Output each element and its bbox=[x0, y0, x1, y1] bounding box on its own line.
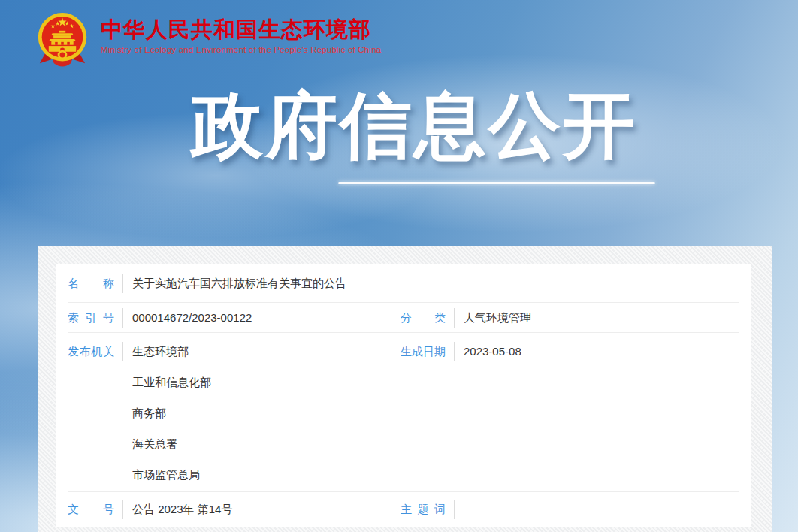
divider bbox=[122, 500, 123, 519]
info-card-panel: 名称 关于实施汽车国六排放标准有关事宜的公告 索引号 000014672/202… bbox=[56, 264, 751, 527]
page-background: 中华人民共和国生态环境部 Ministry of Ecology and Env… bbox=[0, 0, 798, 532]
divider bbox=[454, 342, 455, 361]
index-label: 索引号 bbox=[68, 310, 114, 325]
divider bbox=[454, 308, 455, 328]
publisher-item: 商务部 bbox=[132, 406, 166, 421]
publisher-cell: 发布机关 生态环境部 工业和信息化部 商务部 海关总署 市场监管总局 bbox=[68, 336, 401, 490]
divider bbox=[122, 308, 123, 328]
publisher-label: 发布机关 bbox=[68, 344, 114, 359]
site-header: 中华人民共和国生态环境部 Ministry of Ecology and Env… bbox=[36, 10, 381, 68]
docno-value: 公告 2023年 第14号 bbox=[132, 502, 232, 517]
docno-label: 文号 bbox=[68, 502, 114, 517]
index-cell: 索引号 000014672/2023-00122 bbox=[68, 308, 401, 328]
keywords-label: 主题词 bbox=[401, 502, 446, 517]
keywords-cell: 主题词 bbox=[401, 500, 739, 519]
category-value: 大气环境管理 bbox=[464, 310, 531, 325]
date-cell: 生成日期 2023-05-08 bbox=[401, 336, 739, 367]
divider bbox=[122, 342, 123, 361]
publisher-item: 市场监管总局 bbox=[132, 467, 200, 482]
date-label: 生成日期 bbox=[401, 344, 446, 359]
ministry-name-en: Ministry of Ecology and Environment of t… bbox=[101, 45, 381, 54]
category-label: 分类 bbox=[401, 310, 446, 325]
page-title: 政府信息公开 bbox=[30, 81, 798, 170]
row-docno-keywords: 文号 公告 2023年 第14号 主题词 bbox=[68, 492, 739, 527]
title-underline bbox=[338, 182, 655, 184]
national-emblem-icon[interactable] bbox=[36, 10, 89, 68]
docno-cell: 文号 公告 2023年 第14号 bbox=[68, 500, 401, 519]
publisher-item: 工业和信息化部 bbox=[132, 375, 211, 390]
index-value: 000014672/2023-00122 bbox=[132, 310, 252, 325]
ministry-name-cn: 中华人民共和国生态环境部 bbox=[101, 17, 381, 42]
info-card-outer: 名称 关于实施汽车国六排放标准有关事宜的公告 索引号 000014672/202… bbox=[38, 246, 772, 532]
document-name-value: 关于实施汽车国六排放标准有关事宜的公告 bbox=[132, 276, 346, 291]
divider bbox=[454, 500, 455, 519]
name-label: 名称 bbox=[68, 276, 114, 291]
row-index-category: 索引号 000014672/2023-00122 分类 大气环境管理 bbox=[68, 303, 739, 333]
publisher-item: 生态环境部 bbox=[132, 344, 189, 359]
publisher-list: 生态环境部 工业和信息化部 商务部 海关总署 市场监管总局 bbox=[132, 336, 211, 490]
divider bbox=[122, 274, 123, 293]
category-cell: 分类 大气环境管理 bbox=[401, 308, 739, 328]
row-publisher-date: 发布机关 生态环境部 工业和信息化部 商务部 海关总署 市场监管总局 生成日期 bbox=[68, 333, 739, 492]
ministry-title-link[interactable]: 中华人民共和国生态环境部 Ministry of Ecology and Env… bbox=[101, 10, 381, 54]
publisher-item: 海关总署 bbox=[132, 437, 177, 452]
date-value: 2023-05-08 bbox=[464, 344, 521, 359]
row-document-name: 名称 关于实施汽车国六排放标准有关事宜的公告 bbox=[68, 264, 739, 303]
